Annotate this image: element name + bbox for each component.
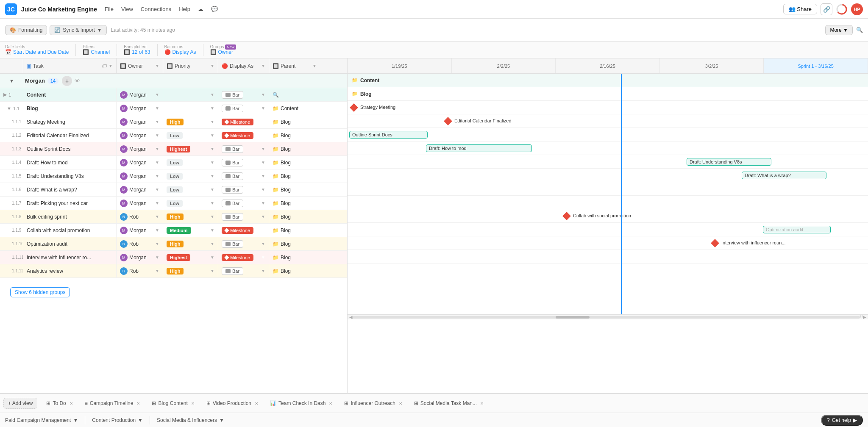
cell-priority[interactable]: Highest ▼ bbox=[163, 251, 218, 264]
cell-task[interactable]: Strategy Meeting bbox=[23, 115, 117, 128]
nav-view[interactable]: View bbox=[121, 6, 133, 12]
expand-arrow[interactable]: ▼ bbox=[7, 106, 11, 111]
search-icon[interactable]: 🔍 bbox=[856, 27, 863, 33]
tab-social-close[interactable]: ✕ bbox=[480, 401, 484, 406]
cell-priority[interactable]: High ▼ bbox=[163, 264, 218, 277]
cell-task[interactable]: Editorial Calendar Finalized bbox=[23, 129, 117, 142]
bar-colors-filter[interactable]: Bar colors 🔴 Display As bbox=[164, 44, 196, 55]
cell-display[interactable]: Bar ▼ bbox=[218, 197, 269, 210]
tab-campaign-close[interactable]: ✕ bbox=[136, 401, 140, 406]
cell-display[interactable]: Bar ▼ bbox=[218, 183, 269, 196]
cell-owner[interactable]: R Rob ▼ bbox=[117, 264, 163, 277]
cell-task[interactable]: Collab with social promotion bbox=[23, 224, 117, 237]
cell-display[interactable]: Milestone ▼ bbox=[218, 129, 269, 142]
cell-display[interactable]: Bar ▼ bbox=[218, 88, 269, 101]
cell-task[interactable]: Draft: Understanding V8s bbox=[23, 169, 117, 183]
cell-task[interactable]: Content bbox=[23, 88, 117, 101]
cell-priority[interactable]: High ▼ bbox=[163, 237, 218, 250]
status-group-social[interactable]: Social Media & Influencers ▼ bbox=[157, 417, 224, 423]
date-fields-filter[interactable]: Date fields 📅 Start Date and Due Date bbox=[5, 44, 69, 55]
sync-import-button[interactable]: 🔄 Sync & Import ▼ bbox=[50, 25, 106, 35]
col-header-parent[interactable]: 🔲 Parent ▼ bbox=[269, 58, 320, 73]
tab-blog-close[interactable]: ✕ bbox=[191, 401, 195, 406]
cell-task[interactable]: Bulk editing sprint bbox=[23, 210, 117, 223]
cell-priority[interactable]: Low ▼ bbox=[163, 129, 218, 142]
status-group-paid[interactable]: Paid Campaign Management ▼ bbox=[5, 417, 78, 423]
add-view-button[interactable]: + Add view bbox=[3, 398, 37, 409]
col-header-task[interactable]: ▣ Task 🏷 ▼ bbox=[23, 58, 117, 73]
cell-owner[interactable]: M Morgan ▼ bbox=[117, 183, 163, 196]
cell-owner[interactable]: M Morgan ▼ bbox=[117, 169, 163, 183]
show-hidden-button[interactable]: Show 6 hidden groups bbox=[10, 287, 70, 297]
tab-todo[interactable]: ⊞ To Do ✕ bbox=[41, 398, 78, 409]
cell-task[interactable]: Interview with influencer ro... bbox=[23, 251, 117, 264]
col-header-display[interactable]: 🔴 Display As ▼ bbox=[218, 58, 269, 73]
link-icon-button[interactable]: 🔗 bbox=[821, 3, 832, 15]
cell-display[interactable]: Bar ▼ bbox=[218, 169, 269, 183]
cell-task[interactable]: Optimization audit bbox=[23, 237, 117, 250]
cell-display[interactable]: Bar ▼ bbox=[218, 264, 269, 277]
tab-team-check[interactable]: 📊 Team Check In Dash ✕ bbox=[264, 398, 338, 409]
cell-priority[interactable]: Medium ▼ bbox=[163, 224, 218, 237]
cell-owner[interactable]: M Morgan ▼ bbox=[117, 142, 163, 155]
cell-owner[interactable]: M Morgan ▼ bbox=[117, 197, 163, 210]
cell-display[interactable]: Bar ▼ bbox=[218, 237, 269, 250]
cell-task[interactable]: Outline Sprint Docs bbox=[23, 142, 117, 155]
gantt-scrollbar[interactable]: ◀ ⠿ ▶ bbox=[348, 314, 868, 319]
cell-priority[interactable]: Highest ▼ bbox=[163, 142, 218, 155]
tab-video-production[interactable]: ⊞ Video Production ✕ bbox=[201, 398, 264, 409]
cell-display[interactable]: Bar ▼ bbox=[218, 102, 269, 115]
cell-owner[interactable]: M Morgan ▼ bbox=[117, 102, 163, 115]
group-expand-morgan[interactable]: ▼ bbox=[0, 78, 23, 83]
expand-arrow[interactable]: ▶ bbox=[3, 92, 7, 97]
tab-team-close[interactable]: ✕ bbox=[329, 401, 332, 406]
group-hide-icon[interactable]: 👁 bbox=[75, 78, 80, 84]
cell-task[interactable]: Analytics review bbox=[23, 264, 117, 277]
cell-task[interactable]: Draft: How to mod bbox=[23, 156, 117, 169]
bars-plotted-filter[interactable]: Bars plotted 🔲 12 of 63 bbox=[124, 44, 150, 55]
cell-owner[interactable]: R Rob ▼ bbox=[117, 237, 163, 250]
nav-connections[interactable]: Connections bbox=[141, 6, 171, 12]
cell-task[interactable]: Blog bbox=[23, 102, 117, 115]
col-header-owner[interactable]: 🔲 Owner ▼ bbox=[117, 58, 163, 73]
scroll-left-icon[interactable]: ◀ bbox=[349, 315, 353, 319]
cell-priority[interactable]: High ▼ bbox=[163, 115, 218, 128]
cell-priority[interactable]: Low ▼ bbox=[163, 169, 218, 183]
tab-campaign-timeline[interactable]: ≡ Campaign Timeline ✕ bbox=[79, 398, 146, 409]
gantt-scrollbar-thumb[interactable] bbox=[556, 316, 590, 319]
cell-priority[interactable]: Low ▼ bbox=[163, 183, 218, 196]
cell-owner[interactable]: M Morgan ▼ bbox=[117, 251, 163, 264]
cell-priority[interactable]: Low ▼ bbox=[163, 197, 218, 210]
col-header-priority[interactable]: 🔲 Priority ▼ bbox=[163, 58, 218, 73]
get-help-button[interactable]: ? Get help ▶ bbox=[821, 415, 863, 426]
filters-filter[interactable]: Filters 🔲 Channel bbox=[83, 44, 110, 55]
formatting-button[interactable]: 🎨 Formatting bbox=[5, 25, 47, 35]
cell-display[interactable]: Bar ▼ bbox=[218, 142, 269, 155]
cell-task[interactable]: Draft: Picking your next car bbox=[23, 197, 117, 210]
tab-blog-content[interactable]: ⊞ Blog Content ✕ bbox=[146, 398, 200, 409]
cell-priority[interactable]: High ▼ bbox=[163, 210, 218, 223]
cell-display[interactable]: Milestone ▼ bbox=[218, 251, 269, 264]
more-button[interactable]: More ▼ bbox=[825, 25, 853, 35]
cell-display[interactable]: Milestone ▼ bbox=[218, 224, 269, 237]
groups-filter[interactable]: Groups New 🔲 Owner bbox=[210, 44, 236, 55]
scroll-right-icon[interactable]: ▶ bbox=[863, 315, 866, 319]
cell-display[interactable]: Milestone ▼ bbox=[218, 115, 269, 128]
share-button[interactable]: 👥 Share bbox=[783, 4, 817, 14]
nav-help[interactable]: Help bbox=[179, 6, 190, 12]
tab-social-media[interactable]: ⊞ Social Media Task Man... ✕ bbox=[409, 398, 489, 409]
cell-owner[interactable]: M Morgan ▼ bbox=[117, 88, 163, 101]
cell-task[interactable]: Draft: What is a wrap? bbox=[23, 183, 117, 196]
cell-owner[interactable]: M Morgan ▼ bbox=[117, 156, 163, 169]
cell-display[interactable]: Bar ▼ bbox=[218, 210, 269, 223]
cell-priority[interactable]: ▼ bbox=[163, 102, 218, 115]
cell-priority[interactable]: ▼ bbox=[163, 88, 218, 101]
nav-file[interactable]: File bbox=[105, 6, 114, 12]
cell-display[interactable]: Bar ▼ bbox=[218, 156, 269, 169]
status-group-content[interactable]: Content Production ▼ bbox=[92, 417, 143, 423]
tab-todo-close[interactable]: ✕ bbox=[70, 401, 73, 406]
cell-priority[interactable]: Low ▼ bbox=[163, 156, 218, 169]
cell-owner[interactable]: M Morgan ▼ bbox=[117, 129, 163, 142]
cell-owner[interactable]: R Rob ▼ bbox=[117, 210, 163, 223]
tab-video-close[interactable]: ✕ bbox=[255, 401, 258, 406]
